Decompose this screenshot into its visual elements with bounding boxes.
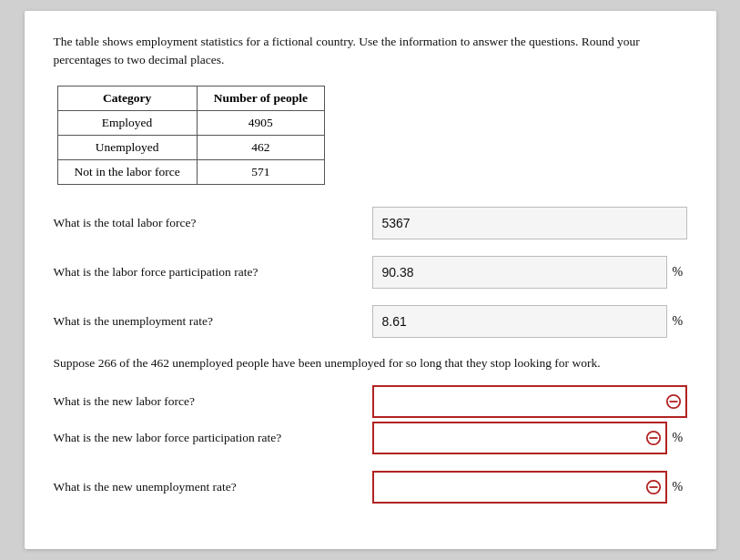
question-1-answer-wrap [372,207,687,239]
note-text: Suppose 266 of the 462 unemployed people… [54,354,687,372]
new-question-2-error-icon [642,422,667,454]
question-3-row: What is the unemployment rate? % [54,305,687,338]
table-cell-category: Not in the labor force [57,160,197,185]
new-question-2-answer-wrap: % [372,422,687,454]
new-question-2-row: What is the new labor force participatio… [54,422,687,454]
table-cell-category: Unemployed [57,136,197,160]
col2-header: Number of people [197,87,324,111]
table-row: Employed4905 [57,111,324,136]
question-3-text: What is the unemployment rate? [54,312,372,331]
question-1-text: What is the total labor force? [54,214,372,232]
error-circle-icon-3 [645,479,662,495]
error-circle-icon-2 [645,430,662,446]
new-question-2-text: What is the new labor force participatio… [54,429,372,447]
question-2-answer-wrap: % [372,256,687,289]
employment-table: Category Number of people Employed4905Un… [57,86,325,185]
new-question-3-answer-wrap: % [372,471,687,504]
new-question-1-answer-wrap [372,385,687,418]
question-3-percent: % [673,314,687,329]
table-cell-category: Employed [57,111,197,136]
question-1-row: What is the total labor force? [54,207,687,239]
question-2-row: What is the labor force participation ra… [54,256,687,289]
question-3-input[interactable] [372,305,667,338]
col1-header: Category [57,87,197,111]
new-question-3-text: What is the new unemployment rate? [54,478,372,496]
error-circle-icon [665,393,682,410]
question-2-percent: % [673,265,687,280]
table-cell-number: 462 [197,136,324,160]
table-row: Not in the labor force571 [57,160,324,185]
main-card: The table shows employment statistics fo… [25,11,716,550]
table-cell-number: 4905 [197,111,324,136]
table-cell-number: 571 [197,160,324,185]
new-question-3-input[interactable] [372,471,642,504]
new-question-2-percent: % [673,431,687,445]
new-question-3-row: What is the new unemployment rate? % [54,471,687,504]
table-row: Unemployed462 [57,136,324,160]
new-question-1-text: What is the new labor force? [54,392,372,411]
question-2-text: What is the labor force participation ra… [54,263,372,281]
new-question-3-error-icon [642,471,667,504]
new-question-3-percent: % [673,480,687,494]
new-question-1-row: What is the new labor force? [54,385,687,418]
question-2-input[interactable] [372,256,667,289]
new-question-2-input[interactable] [372,422,642,454]
question-3-answer-wrap: % [372,305,687,338]
question-1-input[interactable] [372,207,687,239]
new-question-1-input[interactable] [372,385,662,418]
instructions-text: The table shows employment statistics fo… [54,33,687,70]
new-question-1-error-icon [662,385,687,418]
